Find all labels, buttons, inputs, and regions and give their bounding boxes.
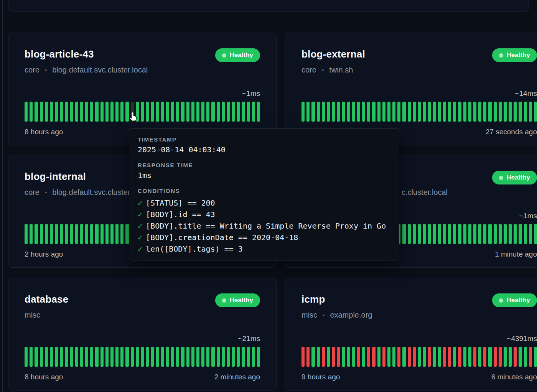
status-bar[interactable] xyxy=(237,347,240,367)
status-bar[interactable] xyxy=(227,347,230,367)
status-bar[interactable] xyxy=(504,347,507,367)
status-bar[interactable] xyxy=(494,102,497,122)
status-bar[interactable] xyxy=(311,347,315,367)
status-bar[interactable] xyxy=(372,102,375,122)
status-bar[interactable] xyxy=(222,347,225,367)
status-bar[interactable] xyxy=(60,347,63,367)
status-bar[interactable] xyxy=(125,224,128,244)
status-bar[interactable] xyxy=(392,102,395,122)
status-bar[interactable] xyxy=(50,224,53,244)
status-bar[interactable] xyxy=(514,224,517,244)
status-bar[interactable] xyxy=(458,102,461,122)
status-bar[interactable] xyxy=(519,102,522,122)
status-bar[interactable] xyxy=(529,347,532,367)
status-bar[interactable] xyxy=(342,102,345,122)
status-bar[interactable] xyxy=(428,347,431,367)
status-bar[interactable] xyxy=(100,224,104,244)
status-bar[interactable] xyxy=(402,347,405,367)
status-bar[interactable] xyxy=(252,102,255,122)
status-bar[interactable] xyxy=(342,347,345,367)
status-bar[interactable] xyxy=(75,102,78,122)
status-bar[interactable] xyxy=(423,224,426,244)
status-bar[interactable] xyxy=(534,102,537,122)
status-bar[interactable] xyxy=(131,347,134,367)
status-bar[interactable] xyxy=(519,224,522,244)
status-bar[interactable] xyxy=(306,347,310,367)
status-bar[interactable] xyxy=(514,102,517,122)
status-bar[interactable] xyxy=(156,347,159,367)
status-bar[interactable] xyxy=(136,347,139,367)
status-bar[interactable] xyxy=(468,347,471,367)
status-bar[interactable] xyxy=(181,347,184,367)
status-bar[interactable] xyxy=(171,102,174,122)
status-bar[interactable] xyxy=(115,347,119,367)
status-bar[interactable] xyxy=(55,347,58,367)
status-bar[interactable] xyxy=(387,347,390,367)
status-bar[interactable] xyxy=(397,102,400,122)
status-bar[interactable] xyxy=(161,347,164,367)
status-bar[interactable] xyxy=(35,347,38,367)
status-bar[interactable] xyxy=(55,224,58,244)
status-bar[interactable] xyxy=(488,102,491,122)
status-bar[interactable] xyxy=(50,102,53,122)
status-bar[interactable] xyxy=(45,224,48,244)
status-bar[interactable] xyxy=(110,347,114,367)
status-bar[interactable] xyxy=(408,347,411,367)
status-bar[interactable] xyxy=(453,102,456,122)
status-bar[interactable] xyxy=(473,347,476,367)
status-bar[interactable] xyxy=(453,347,456,367)
status-bar[interactable] xyxy=(65,102,68,122)
status-bar[interactable] xyxy=(322,102,325,122)
status-bar[interactable] xyxy=(120,102,124,122)
status-bar[interactable] xyxy=(514,347,517,367)
status-bar[interactable] xyxy=(306,102,310,122)
status-bar[interactable] xyxy=(438,224,441,244)
status-bar[interactable] xyxy=(337,347,340,367)
status-bar[interactable] xyxy=(458,224,461,244)
status-bar[interactable] xyxy=(105,224,109,244)
status-bar[interactable] xyxy=(423,347,426,367)
status-bar[interactable] xyxy=(397,347,400,367)
status-bar[interactable] xyxy=(166,347,169,367)
status-bar[interactable] xyxy=(448,224,451,244)
status-bar[interactable] xyxy=(443,347,446,367)
status-bar[interactable] xyxy=(85,347,88,367)
status-bar[interactable] xyxy=(45,347,48,367)
status-bar[interactable] xyxy=(257,347,260,367)
status-bar[interactable] xyxy=(499,224,502,244)
status-bar[interactable] xyxy=(428,102,431,122)
status-bar[interactable] xyxy=(367,102,370,122)
status-bar[interactable] xyxy=(473,224,476,244)
status-bar[interactable] xyxy=(171,347,174,367)
service-card-database[interactable]: database misc Healthy ~21ms 8 hours ago … xyxy=(8,278,277,390)
status-bar[interactable] xyxy=(70,102,73,122)
status-bar[interactable] xyxy=(90,347,93,367)
status-bar[interactable] xyxy=(156,102,159,122)
status-bar[interactable] xyxy=(186,102,189,122)
service-card-icmp[interactable]: icmp misc • example.org Healthy ~4391ms … xyxy=(285,278,537,390)
status-bar[interactable] xyxy=(30,347,33,367)
status-bar[interactable] xyxy=(448,102,451,122)
status-bar[interactable] xyxy=(408,102,411,122)
status-bar[interactable] xyxy=(488,224,491,244)
status-bar[interactable] xyxy=(413,224,416,244)
status-bar[interactable] xyxy=(100,102,104,122)
status-bar[interactable] xyxy=(352,347,355,367)
status-bar[interactable] xyxy=(418,102,421,122)
status-bar[interactable] xyxy=(105,347,109,367)
status-bar[interactable] xyxy=(377,102,381,122)
status-bar[interactable] xyxy=(413,347,416,367)
status-bar[interactable] xyxy=(30,224,33,244)
status-bar[interactable] xyxy=(534,347,537,367)
status-bar[interactable] xyxy=(196,347,199,367)
status-bar[interactable] xyxy=(428,224,431,244)
status-bar[interactable] xyxy=(499,347,502,367)
status-bar[interactable] xyxy=(141,102,144,122)
status-bar[interactable] xyxy=(242,102,245,122)
status-bar[interactable] xyxy=(413,102,416,122)
status-bar[interactable] xyxy=(443,102,446,122)
status-bar[interactable] xyxy=(45,102,48,122)
status-bar[interactable] xyxy=(120,347,124,367)
status-bar[interactable] xyxy=(483,224,486,244)
status-bar[interactable] xyxy=(151,102,154,122)
